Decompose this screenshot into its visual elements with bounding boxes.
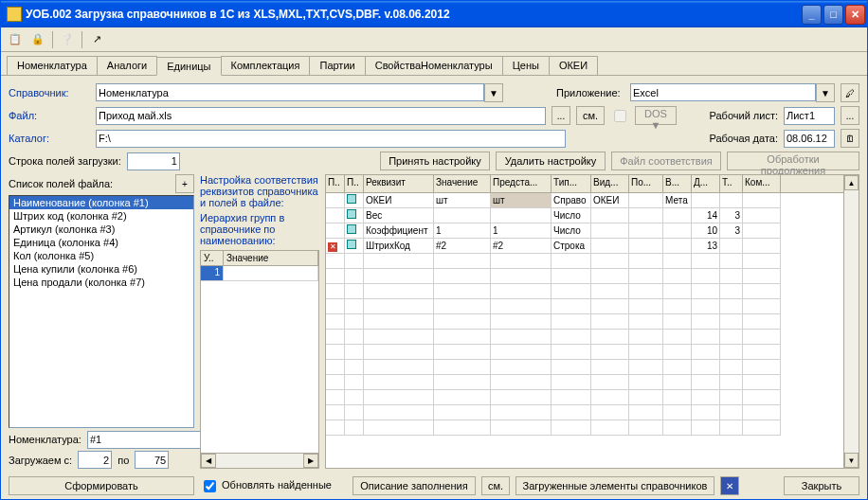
grid-cell[interactable]: #2: [434, 239, 491, 254]
grid-header[interactable]: Предста...: [491, 175, 552, 192]
grid-cell[interactable]: [326, 254, 345, 269]
grid-cell[interactable]: [364, 299, 434, 314]
grid-cell[interactable]: [663, 420, 692, 436]
grid-cell[interactable]: [663, 284, 692, 299]
grid-cell[interactable]: [345, 193, 364, 208]
list-item[interactable]: Цена продали (колонка #7): [9, 276, 193, 289]
grid-cell[interactable]: [345, 269, 364, 284]
grid-cell[interactable]: [743, 360, 781, 375]
grid-cell[interactable]: [364, 284, 434, 299]
list-item[interactable]: Штрих код (колонка #2): [9, 209, 193, 223]
grid-cell[interactable]: [326, 345, 345, 360]
grid-cell[interactable]: [364, 390, 434, 405]
grid-cell[interactable]: [692, 375, 720, 390]
titlebar[interactable]: УОБ.002 Загрузка справочников в 1С из XL…: [1, 1, 867, 27]
grid-cell[interactable]: [364, 314, 434, 330]
grid-cell[interactable]: [692, 390, 720, 405]
grid-cell[interactable]: [434, 269, 491, 284]
zakryt-button[interactable]: Закрыть: [784, 476, 859, 495]
grid-cell[interactable]: [663, 405, 692, 420]
grid-cell[interactable]: [629, 420, 663, 436]
grid-cell[interactable]: [720, 405, 743, 420]
grid-cell[interactable]: [692, 345, 720, 360]
grid-cell[interactable]: 13: [692, 239, 720, 254]
grid-cell[interactable]: [345, 223, 364, 239]
grid-cell[interactable]: [491, 405, 552, 420]
grid-cell[interactable]: [591, 420, 629, 436]
scroll-up-icon[interactable]: ▲: [844, 175, 859, 190]
table-row[interactable]: ВесЧисло143: [326, 208, 843, 223]
maximize-button[interactable]: □: [823, 5, 843, 25]
toolbar-icon-2[interactable]: 🔒: [29, 31, 46, 48]
grid-cell[interactable]: [720, 375, 743, 390]
grid-cell[interactable]: [326, 223, 345, 239]
grid-cell[interactable]: [743, 239, 781, 254]
scroll-left-icon[interactable]: ◀: [201, 454, 216, 468]
grid-cell[interactable]: [434, 330, 491, 345]
grid-cell[interactable]: [692, 405, 720, 420]
grid-cell[interactable]: [345, 299, 364, 314]
grid-cell[interactable]: [629, 314, 663, 330]
grid-cell[interactable]: [629, 360, 663, 375]
grid-cell[interactable]: [692, 330, 720, 345]
table-row[interactable]: [326, 314, 843, 330]
grid-cell[interactable]: [692, 193, 720, 208]
grid-cell[interactable]: 3: [720, 208, 743, 223]
grid-cell[interactable]: [345, 330, 364, 345]
grid-cell[interactable]: [591, 254, 629, 269]
grid-cell[interactable]: [663, 254, 692, 269]
fajl-browse-button[interactable]: ...: [552, 106, 570, 125]
grid-cell[interactable]: [720, 269, 743, 284]
table-row[interactable]: [326, 390, 843, 405]
hdr-znachenie[interactable]: Значение: [224, 251, 318, 265]
grid-cell[interactable]: [629, 269, 663, 284]
grid-cell[interactable]: [743, 299, 781, 314]
grid-cell[interactable]: [743, 345, 781, 360]
grid-cell[interactable]: [434, 360, 491, 375]
grid-cell[interactable]: [629, 405, 663, 420]
grid-cell[interactable]: [663, 390, 692, 405]
tab-4[interactable]: Партии: [309, 56, 365, 75]
grid-header[interactable]: Ком...: [743, 175, 781, 192]
minimize-button[interactable]: _: [802, 5, 822, 25]
hierarchy-hscroll[interactable]: ◀ ▶: [201, 453, 318, 468]
grid-cell[interactable]: [434, 299, 491, 314]
grid-cell[interactable]: [591, 239, 629, 254]
katalog-input[interactable]: [96, 130, 566, 148]
grid-cell[interactable]: 1: [491, 223, 552, 239]
table-row[interactable]: [326, 360, 843, 375]
grid-cell[interactable]: [591, 314, 629, 330]
grid-cell[interactable]: [720, 314, 743, 330]
grid-cell[interactable]: [743, 284, 781, 299]
tab-0[interactable]: Номенклатура: [7, 56, 98, 75]
grid-cell[interactable]: [326, 193, 345, 208]
grid-cell[interactable]: [743, 420, 781, 436]
scroll-down-icon[interactable]: ▼: [844, 453, 859, 468]
spravochnik-input[interactable]: [96, 83, 484, 101]
grid-header[interactable]: Реквизит: [364, 175, 434, 192]
grid-cell[interactable]: [629, 330, 663, 345]
table-row[interactable]: [326, 269, 843, 284]
grid-cell[interactable]: [364, 360, 434, 375]
tab-7[interactable]: ОКЕИ: [549, 56, 598, 75]
grid-cell[interactable]: [720, 360, 743, 375]
grid-cell[interactable]: [591, 375, 629, 390]
data-input[interactable]: [784, 130, 835, 148]
grid-cell[interactable]: [345, 405, 364, 420]
grid-cell[interactable]: [434, 375, 491, 390]
grid-cell[interactable]: [491, 360, 552, 375]
grid-cell[interactable]: [743, 208, 781, 223]
to-input[interactable]: [135, 451, 169, 469]
grid-cell[interactable]: [491, 208, 552, 223]
prinyat-button[interactable]: Принять настройку: [380, 152, 490, 170]
grid-cell[interactable]: [434, 420, 491, 436]
grid-cell[interactable]: ОКЕИ: [591, 193, 629, 208]
grid-cell[interactable]: [345, 375, 364, 390]
grid-header[interactable]: П..: [345, 175, 364, 192]
grid-cell[interactable]: [591, 284, 629, 299]
fajl-input[interactable]: [96, 107, 546, 125]
grid-cell[interactable]: [364, 405, 434, 420]
grid-cell[interactable]: [552, 390, 591, 405]
grid-cell[interactable]: [491, 254, 552, 269]
grid-cell[interactable]: [364, 345, 434, 360]
